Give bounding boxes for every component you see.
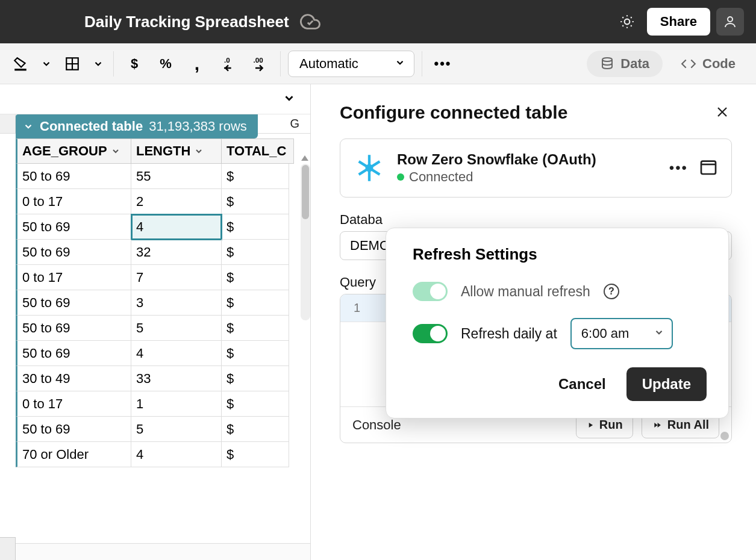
- comma-format-button[interactable]: ,: [184, 51, 210, 77]
- decrease-decimal-button[interactable]: .0: [215, 51, 242, 77]
- manual-refresh-toggle[interactable]: [413, 282, 448, 301]
- table-row[interactable]: 0 to 171$: [16, 391, 301, 417]
- borders-dropdown[interactable]: [90, 51, 106, 77]
- cell-age[interactable]: 50 to 69: [16, 341, 131, 366]
- chevron-down-icon[interactable]: [283, 92, 296, 107]
- table-row[interactable]: 50 to 694$: [16, 214, 301, 240]
- cell-age[interactable]: 0 to 17: [16, 391, 131, 417]
- cloud-save-icon[interactable]: [300, 11, 320, 32]
- cell-age[interactable]: 70 or Older: [16, 442, 131, 467]
- cell-length[interactable]: 4: [131, 442, 222, 467]
- table-row[interactable]: 50 to 6955$: [16, 164, 301, 189]
- console-label[interactable]: Console: [352, 417, 567, 433]
- cell-total[interactable]: $: [222, 366, 289, 391]
- cell-total[interactable]: $: [222, 442, 289, 467]
- cell-total[interactable]: $: [222, 214, 289, 240]
- cell-length[interactable]: 33: [131, 366, 222, 391]
- chevron-down-icon: [654, 326, 664, 341]
- update-button[interactable]: Update: [626, 367, 707, 401]
- resize-handle-icon[interactable]: [720, 432, 729, 440]
- cell-age[interactable]: 50 to 69: [16, 214, 131, 240]
- table-row[interactable]: 30 to 4933$: [16, 366, 301, 391]
- table-row[interactable]: 50 to 6932$: [16, 240, 301, 265]
- svg-rect-7: [701, 161, 716, 174]
- cell-age[interactable]: 50 to 69: [16, 164, 131, 189]
- sheet-tab[interactable]: [0, 537, 16, 560]
- fill-color-icon[interactable]: [7, 51, 34, 77]
- cell-age[interactable]: 0 to 17: [16, 189, 131, 214]
- connected-table-badge[interactable]: Connected table 31,193,383 rows: [16, 114, 258, 138]
- cell-length[interactable]: 3: [131, 290, 222, 316]
- cancel-button[interactable]: Cancel: [558, 376, 606, 393]
- data-tab[interactable]: Data: [587, 51, 663, 77]
- table-row[interactable]: 0 to 172$: [16, 189, 301, 214]
- number-format-select[interactable]: Automatic: [288, 51, 414, 77]
- cell-total[interactable]: $: [222, 316, 289, 341]
- cell-total[interactable]: $: [222, 240, 289, 265]
- cell-length[interactable]: 2: [131, 189, 222, 214]
- cell-length[interactable]: 55: [131, 164, 222, 189]
- refresh-time-select[interactable]: 6:00 am: [570, 318, 673, 349]
- svg-point-5: [602, 58, 612, 61]
- table-row[interactable]: 50 to 695$: [16, 417, 301, 442]
- share-button[interactable]: Share: [647, 8, 710, 36]
- cell-total[interactable]: $: [222, 341, 289, 366]
- schedule-icon[interactable]: [699, 157, 718, 179]
- cell-length[interactable]: 5: [131, 316, 222, 341]
- svg-text:.00: .00: [254, 55, 263, 63]
- table-row[interactable]: 0 to 177$: [16, 265, 301, 290]
- more-options-icon[interactable]: •••: [430, 51, 456, 77]
- cell-length[interactable]: 5: [131, 417, 222, 442]
- database-label: Databa: [340, 212, 732, 228]
- user-avatar-icon[interactable]: [716, 8, 744, 36]
- svg-point-1: [728, 17, 733, 22]
- table-row[interactable]: 50 to 695$: [16, 316, 301, 341]
- table-row[interactable]: 70 or Older4$: [16, 442, 301, 467]
- document-title[interactable]: Daily Tracking Spreadsheet: [84, 13, 289, 31]
- percent-format-button[interactable]: %: [152, 51, 179, 77]
- cell-total[interactable]: $: [222, 265, 289, 290]
- cell-age[interactable]: 50 to 69: [16, 316, 131, 341]
- column-header-g[interactable]: G: [290, 117, 299, 131]
- cell-total[interactable]: $: [222, 189, 289, 214]
- column-header-total[interactable]: TOTAL_C: [222, 138, 294, 164]
- tips-icon[interactable]: [613, 8, 641, 36]
- cell-total[interactable]: $: [222, 164, 289, 189]
- select-all-corner[interactable]: [0, 114, 16, 133]
- cell-age[interactable]: 0 to 17: [16, 265, 131, 290]
- close-icon[interactable]: [714, 104, 732, 122]
- borders-icon[interactable]: [59, 51, 86, 77]
- column-header-length[interactable]: LENGTH: [131, 138, 222, 164]
- table-row[interactable]: 50 to 694$: [16, 341, 301, 366]
- table-row[interactable]: 50 to 693$: [16, 290, 301, 316]
- vertical-scrollbar[interactable]: [301, 164, 310, 320]
- cell-total[interactable]: $: [222, 290, 289, 316]
- svg-text:.0: .0: [224, 55, 230, 63]
- cell-length[interactable]: 4: [131, 214, 222, 240]
- manual-refresh-label: Allow manual refresh: [461, 284, 590, 300]
- formula-bar[interactable]: [0, 84, 310, 114]
- cell-age[interactable]: 30 to 49: [16, 366, 131, 391]
- cell-age[interactable]: 50 to 69: [16, 417, 131, 442]
- fill-color-dropdown[interactable]: [39, 51, 54, 77]
- cell-total[interactable]: $: [222, 391, 289, 417]
- chevron-down-icon: [395, 56, 405, 72]
- cell-age[interactable]: 50 to 69: [16, 240, 131, 265]
- cell-age[interactable]: 50 to 69: [16, 290, 131, 316]
- help-icon[interactable]: ?: [604, 284, 619, 299]
- svg-point-0: [625, 19, 630, 25]
- cell-total[interactable]: $: [222, 417, 289, 442]
- refresh-time-value: 6:00 am: [581, 326, 629, 341]
- code-tab[interactable]: Code: [667, 51, 749, 77]
- toolbar: $ % , .0 .00 Automatic ••• Data Code: [0, 43, 756, 84]
- daily-refresh-toggle[interactable]: [413, 324, 448, 343]
- increase-decimal-button[interactable]: .00: [246, 51, 273, 77]
- cell-length[interactable]: 4: [131, 341, 222, 366]
- cell-length[interactable]: 7: [131, 265, 222, 290]
- column-header-age-group[interactable]: AGE_GROUP: [16, 138, 131, 164]
- connection-more-icon[interactable]: •••: [669, 160, 688, 176]
- scroll-up-icon[interactable]: [301, 155, 308, 161]
- cell-length[interactable]: 1: [131, 391, 222, 417]
- currency-format-button[interactable]: $: [121, 51, 148, 77]
- cell-length[interactable]: 32: [131, 240, 222, 265]
